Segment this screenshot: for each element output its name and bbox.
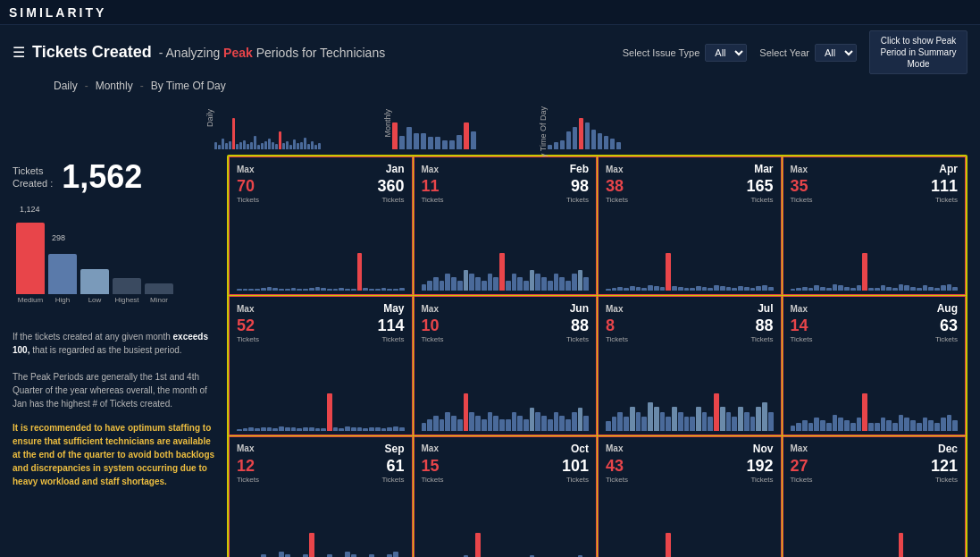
month-max-label: Max [791,304,808,314]
issue-type-filter: Select Issue Type All [623,44,748,62]
month-total-tickets-label: Tickets [566,196,589,204]
month-total-tickets-label: Tickets [746,476,773,484]
month-max-tickets-label: Tickets [237,196,259,204]
issue-type-select[interactable]: All [705,44,747,62]
month-max-value: 52 [237,316,259,335]
month-total-value: 360 [377,177,404,196]
month-name-feb: Feb [570,163,589,175]
month-total-tickets-label: Tickets [566,335,589,343]
month-max-value: 38 [606,177,628,196]
month-card-sep: Max Sep 12 Tickets 61 Tickets [229,436,413,557]
month-max-tickets-label: Tickets [422,335,444,343]
top-bar-value: 1,124 [20,205,40,214]
month-max-value: 15 [422,457,444,476]
month-max-tickets-label: Tickets [791,196,813,204]
month-name-oct: Oct [571,443,589,455]
daily-mini-chart [214,105,321,149]
year-select[interactable]: All [815,44,857,62]
month-total-value: 88 [566,316,589,335]
recommendation-text: It is recommended to have optimum staffi… [13,421,218,488]
bar-label-medium: Medium [16,296,45,304]
month-bar-chart [606,530,774,557]
month-name-jan: Jan [386,163,405,175]
month-name-jul: Jul [758,302,773,315]
month-bar-chart [606,391,774,431]
daily-chart-label: Daily [205,109,214,127]
subnav-daily[interactable]: Daily [54,80,78,92]
month-total-value: 121 [931,457,958,476]
month-card-nov: Max Nov 43 Tickets 192 Tickets [598,436,782,557]
month-bar-chart [791,391,959,431]
month-name-may: May [383,302,404,315]
month-bar-chart [237,391,405,431]
subnav-by-time[interactable]: By Time Of Day [151,80,226,92]
bar-chart-bars [16,205,214,294]
bar-label-minor: Minor [145,296,173,304]
page-subtitle: - Analyzing Peak Periods for Technicians [159,46,385,60]
header-right: Select Issue Type All Select Year All Cl… [623,30,967,74]
second-bar-value: 298 [52,233,65,242]
year-filter: Select Year All [759,44,857,62]
bar-label-highest: Highest [113,296,141,304]
monthly-chart-label: Monthly [383,109,392,138]
month-total-tickets-label: Tickets [377,196,404,204]
header: ☰ Tickets Created - Analyzing Peak Perio… [0,25,980,78]
month-card-may: Max May 52 Tickets 114 Tickets [229,296,413,435]
time-chart-label: By Time Of Day [539,106,548,163]
month-max-label: Max [606,165,623,174]
month-max-label: Max [237,304,254,314]
month-max-tickets-label: Tickets [791,335,813,343]
sub-nav: Daily - Monthly - By Time Of Day [0,78,980,96]
peak-summary-button[interactable]: Click to show Peak Period in Summary Mod… [869,30,967,74]
peak-highlight: Peak [223,46,253,60]
month-card-dec: Max Dec 27 Tickets 121 Tickets [783,436,967,557]
month-card-mar: Max Mar 38 Tickets 165 Tickets [598,156,782,295]
month-bar-chart [422,530,590,557]
month-max-tickets-label: Tickets [422,476,444,484]
month-total-value: 63 [935,316,958,335]
month-max-label: Max [237,165,254,174]
month-max-value: 11 [422,177,444,196]
month-total-value: 165 [746,177,773,196]
top-bar: SIMILARITY [0,0,980,25]
month-max-tickets-label: Tickets [237,476,259,484]
month-name-dec: Dec [938,443,958,455]
month-max-label: Max [606,304,623,314]
month-total-value: 88 [750,316,773,335]
month-max-tickets-label: Tickets [606,476,628,484]
month-max-value: 27 [791,457,813,476]
month-max-value: 10 [422,316,444,335]
month-card-oct: Max Oct 15 Tickets 101 Tickets [414,436,598,557]
month-total-tickets-label: Tickets [931,196,958,204]
bar-labels: Medium High Low Highest Minor [16,296,214,304]
month-max-tickets-label: Tickets [422,196,444,204]
month-max-tickets-label: Tickets [606,335,628,343]
tickets-count: 1,562 [62,158,142,196]
month-bar-chart [791,530,959,557]
month-total-tickets-label: Tickets [377,335,404,343]
tickets-created-label: TicketsCreated : [13,165,53,190]
month-max-label: Max [791,165,808,174]
month-max-value: 14 [791,316,813,335]
left-bar-chart: 1,124 298 Medium [13,205,218,321]
month-card-jan: Max Jan 70 Tickets 360 Tickets [229,156,413,295]
month-max-label: Max [791,443,808,453]
month-name-jun: Jun [570,302,589,315]
bar-label-high: High [48,296,77,304]
month-card-aug: Max Aug 14 Tickets 63 Tickets [783,296,967,435]
month-name-apr: Apr [939,163,958,175]
brand-logo: SIMILARITY [9,5,106,20]
month-total-tickets-label: Tickets [750,335,773,343]
month-max-label: Max [422,443,439,453]
month-bar-chart [422,391,590,431]
month-max-value: 8 [606,316,628,335]
description-text: If the tickets created at any given mont… [13,330,218,410]
month-total-tickets-label: Tickets [562,476,589,484]
month-max-tickets-label: Tickets [606,196,628,204]
page-title: Tickets Created [32,43,152,62]
month-max-value: 70 [237,177,259,196]
subnav-monthly[interactable]: Monthly [96,80,133,92]
monthly-grid: Max Jan 70 Tickets 360 Tickets Max Feb 1… [227,155,967,557]
hamburger-menu[interactable]: ☰ [13,44,25,61]
month-total-value: 114 [377,316,404,335]
